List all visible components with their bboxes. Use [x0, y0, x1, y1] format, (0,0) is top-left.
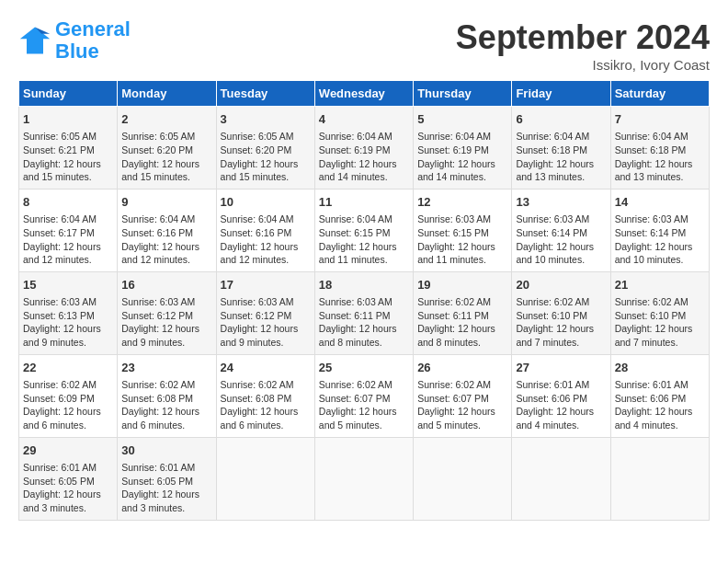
- calendar-cell: 18Sunrise: 6:03 AMSunset: 6:11 PMDayligh…: [314, 271, 413, 354]
- day-number: 16: [121, 277, 211, 293]
- day-number: 5: [417, 111, 507, 128]
- sunset-text: Sunset: 6:12 PM: [121, 310, 193, 321]
- weekday-header-monday: Monday: [118, 81, 216, 107]
- logo-icon: [18, 24, 51, 57]
- day-number: 24: [221, 360, 311, 376]
- sunrise-text: Sunrise: 6:04 AM: [516, 131, 589, 142]
- sunrise-text: Sunrise: 6:05 AM: [221, 131, 294, 142]
- daylight-text: Daylight: 12 hours and 15 minutes.: [121, 158, 199, 183]
- calendar-cell: 27Sunrise: 6:01 AMSunset: 6:06 PMDayligh…: [512, 354, 610, 437]
- daylight-text: Daylight: 12 hours and 9 minutes.: [121, 323, 199, 348]
- calendar-cell: 30Sunrise: 6:01 AMSunset: 6:05 PMDayligh…: [118, 437, 216, 520]
- calendar-cell: 12Sunrise: 6:03 AMSunset: 6:15 PMDayligh…: [414, 189, 512, 271]
- sunrise-text: Sunrise: 6:03 AM: [121, 296, 195, 307]
- calendar-cell: 16Sunrise: 6:03 AMSunset: 6:12 PMDayligh…: [118, 271, 216, 354]
- sunset-text: Sunset: 6:09 PM: [23, 393, 95, 404]
- daylight-text: Daylight: 12 hours and 4 minutes.: [516, 406, 594, 431]
- calendar-cell: 5Sunrise: 6:04 AMSunset: 6:19 PMDaylight…: [414, 107, 512, 190]
- weekday-header-saturday: Saturday: [610, 81, 709, 107]
- daylight-text: Daylight: 12 hours and 13 minutes.: [516, 158, 594, 183]
- day-number: 10: [221, 194, 311, 211]
- daylight-text: Daylight: 12 hours and 12 minutes.: [121, 241, 199, 266]
- day-number: 30: [121, 442, 211, 459]
- calendar-cell: 8Sunrise: 6:04 AMSunset: 6:17 PMDaylight…: [19, 189, 118, 271]
- calendar-cell: 1Sunrise: 6:05 AMSunset: 6:21 PMDaylight…: [19, 107, 118, 190]
- calendar-week-row: 1Sunrise: 6:05 AMSunset: 6:21 PMDaylight…: [19, 107, 710, 190]
- sunset-text: Sunset: 6:07 PM: [319, 393, 391, 404]
- weekday-header-friday: Friday: [512, 81, 610, 107]
- daylight-text: Daylight: 12 hours and 5 minutes.: [319, 406, 397, 431]
- calendar-cell: 17Sunrise: 6:03 AMSunset: 6:12 PMDayligh…: [216, 271, 314, 354]
- sunrise-text: Sunrise: 6:04 AM: [319, 213, 392, 224]
- daylight-text: Daylight: 12 hours and 6 minutes.: [121, 406, 199, 431]
- day-number: 7: [615, 111, 705, 128]
- daylight-text: Daylight: 12 hours and 8 minutes.: [319, 323, 397, 348]
- daylight-text: Daylight: 12 hours and 7 minutes.: [615, 323, 693, 348]
- daylight-text: Daylight: 12 hours and 7 minutes.: [516, 323, 594, 348]
- daylight-text: Daylight: 12 hours and 3 minutes.: [23, 488, 101, 513]
- sunset-text: Sunset: 6:06 PM: [516, 393, 587, 404]
- sunset-text: Sunset: 6:06 PM: [615, 393, 687, 404]
- calendar-cell: [216, 437, 314, 520]
- calendar-cell: [512, 437, 610, 520]
- calendar-cell: 14Sunrise: 6:03 AMSunset: 6:14 PMDayligh…: [610, 189, 709, 271]
- calendar-cell: 15Sunrise: 6:03 AMSunset: 6:13 PMDayligh…: [19, 271, 118, 354]
- daylight-text: Daylight: 12 hours and 3 minutes.: [121, 488, 199, 513]
- sunset-text: Sunset: 6:20 PM: [221, 144, 292, 155]
- calendar-cell: 23Sunrise: 6:02 AMSunset: 6:08 PMDayligh…: [118, 354, 216, 437]
- day-number: 29: [23, 442, 113, 459]
- day-number: 19: [417, 277, 507, 293]
- day-number: 26: [417, 360, 507, 376]
- sunrise-text: Sunrise: 6:01 AM: [23, 462, 97, 473]
- sunset-text: Sunset: 6:13 PM: [23, 310, 95, 321]
- weekday-header-wednesday: Wednesday: [314, 81, 413, 107]
- sunrise-text: Sunrise: 6:04 AM: [23, 213, 97, 224]
- sunrise-text: Sunrise: 6:04 AM: [221, 213, 294, 224]
- sunset-text: Sunset: 6:18 PM: [516, 144, 587, 155]
- sunrise-text: Sunrise: 6:01 AM: [615, 379, 688, 390]
- weekday-header-thursday: Thursday: [414, 81, 512, 107]
- sunset-text: Sunset: 6:05 PM: [23, 476, 95, 487]
- day-number: 15: [23, 277, 113, 293]
- sunset-text: Sunset: 6:08 PM: [221, 393, 292, 404]
- sunrise-text: Sunrise: 6:02 AM: [121, 379, 195, 390]
- daylight-text: Daylight: 12 hours and 11 minutes.: [319, 241, 397, 266]
- sunrise-text: Sunrise: 6:02 AM: [221, 379, 294, 390]
- sunset-text: Sunset: 6:17 PM: [23, 227, 95, 238]
- calendar-cell: 3Sunrise: 6:05 AMSunset: 6:20 PMDaylight…: [216, 107, 314, 190]
- sunrise-text: Sunrise: 6:05 AM: [23, 131, 97, 142]
- day-number: 18: [319, 277, 409, 293]
- page-header: GeneralBlue September 2024 Issikro, Ivor…: [18, 18, 710, 73]
- sunrise-text: Sunrise: 6:02 AM: [417, 296, 491, 307]
- calendar-cell: 9Sunrise: 6:04 AMSunset: 6:16 PMDaylight…: [118, 189, 216, 271]
- calendar-week-row: 22Sunrise: 6:02 AMSunset: 6:09 PMDayligh…: [19, 354, 710, 437]
- svg-marker-0: [20, 28, 50, 54]
- daylight-text: Daylight: 12 hours and 11 minutes.: [417, 241, 495, 266]
- calendar-cell: 20Sunrise: 6:02 AMSunset: 6:10 PMDayligh…: [512, 271, 610, 354]
- daylight-text: Daylight: 12 hours and 5 minutes.: [417, 406, 495, 431]
- calendar-cell: 2Sunrise: 6:05 AMSunset: 6:20 PMDaylight…: [118, 107, 216, 190]
- sunrise-text: Sunrise: 6:04 AM: [417, 131, 491, 142]
- sunrise-text: Sunrise: 6:02 AM: [516, 296, 589, 307]
- daylight-text: Daylight: 12 hours and 6 minutes.: [221, 406, 299, 431]
- sunrise-text: Sunrise: 6:02 AM: [417, 379, 491, 390]
- day-number: 28: [615, 360, 705, 376]
- calendar-cell: 7Sunrise: 6:04 AMSunset: 6:18 PMDaylight…: [610, 107, 709, 190]
- daylight-text: Daylight: 12 hours and 14 minutes.: [417, 158, 495, 183]
- day-number: 23: [121, 360, 211, 376]
- daylight-text: Daylight: 12 hours and 15 minutes.: [221, 158, 299, 183]
- daylight-text: Daylight: 12 hours and 4 minutes.: [615, 406, 693, 431]
- calendar-cell: [610, 437, 709, 520]
- sunrise-text: Sunrise: 6:05 AM: [121, 131, 195, 142]
- daylight-text: Daylight: 12 hours and 8 minutes.: [417, 323, 495, 348]
- daylight-text: Daylight: 12 hours and 15 minutes.: [23, 158, 101, 183]
- sunset-text: Sunset: 6:16 PM: [121, 227, 193, 238]
- sunset-text: Sunset: 6:10 PM: [615, 310, 687, 321]
- day-number: 8: [23, 194, 113, 211]
- day-number: 22: [23, 360, 113, 376]
- calendar-cell: 4Sunrise: 6:04 AMSunset: 6:19 PMDaylight…: [314, 107, 413, 190]
- sunset-text: Sunset: 6:08 PM: [121, 393, 193, 404]
- daylight-text: Daylight: 12 hours and 14 minutes.: [319, 158, 397, 183]
- sunset-text: Sunset: 6:21 PM: [23, 144, 95, 155]
- day-number: 6: [516, 111, 606, 128]
